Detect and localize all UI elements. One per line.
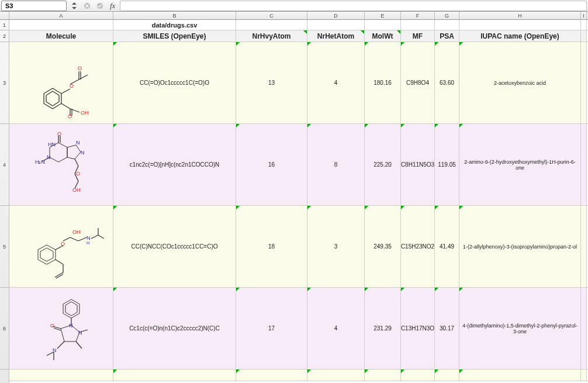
- cell-I2[interactable]: [581, 30, 587, 42]
- col-header-C[interactable]: C: [236, 12, 307, 19]
- cell-E3[interactable]: 180.16: [365, 42, 401, 123]
- cell-G5[interactable]: 41.49: [435, 206, 459, 287]
- formula-input[interactable]: [120, 1, 587, 11]
- cell-E2[interactable]: MolWt: [365, 30, 401, 42]
- svg-text:O: O: [61, 241, 65, 247]
- svg-line-42: [70, 237, 78, 241]
- cell-H1[interactable]: [459, 20, 581, 30]
- svg-line-44: [91, 235, 98, 239]
- cell-C1[interactable]: [236, 20, 307, 30]
- cell-F1[interactable]: [401, 20, 435, 30]
- cell-D1[interactable]: [307, 20, 365, 30]
- cell-E7[interactable]: [365, 370, 401, 381]
- cell-B7[interactable]: [113, 370, 236, 381]
- cell-A6-molecule[interactable]: N N O N: [9, 288, 113, 369]
- cell-I1[interactable]: [581, 20, 587, 30]
- cell-B6[interactable]: Cc1c(c(=O)n(n1C)c2ccccc2)N(C)C: [113, 288, 236, 369]
- cell-G4[interactable]: 119.05: [435, 124, 459, 205]
- cell-D6[interactable]: 4: [307, 288, 365, 369]
- cell-A5-molecule[interactable]: O OH N H: [9, 206, 113, 287]
- cell-D2[interactable]: NrHetAtom: [307, 30, 365, 42]
- cell-B3[interactable]: CC(=O)Oc1ccccc1C(=O)O: [113, 42, 236, 123]
- cell-H5[interactable]: 1-(2-allylphenoxy)-3-(isopropylamino)pro…: [459, 206, 581, 287]
- cell-G1[interactable]: [435, 20, 459, 30]
- cell-G7[interactable]: [435, 370, 459, 381]
- cell-F2[interactable]: MF: [401, 30, 435, 42]
- cell-C3[interactable]: 13: [236, 42, 307, 123]
- cell-I3[interactable]: [581, 42, 587, 123]
- col-header-F[interactable]: F: [401, 12, 435, 19]
- cell-C2[interactable]: NrHvyAtom: [236, 30, 307, 42]
- cell-I4[interactable]: [581, 124, 587, 205]
- cell-B2[interactable]: SMILES (OpenEye): [113, 30, 236, 42]
- confirm-icon[interactable]: [95, 1, 105, 11]
- col-header-D[interactable]: D: [307, 12, 365, 19]
- col-header-I[interactable]: I: [581, 12, 587, 19]
- name-box[interactable]: S3: [1, 1, 67, 11]
- cell-B5[interactable]: CC(C)NCC(COc1ccccc1CC=C)O: [113, 206, 236, 287]
- sheet-grid[interactable]: data/drugs.csv Molecule SMILES (OpenEye)…: [9, 20, 588, 383]
- cell-C6[interactable]: 17: [236, 288, 307, 369]
- cell-I5[interactable]: [581, 206, 587, 287]
- cell-A7[interactable]: [9, 370, 113, 381]
- fx-label: fx: [108, 1, 117, 11]
- cell-H4[interactable]: 2-amino-9-(2-hydroxyethoxymethyl)-1H-pur…: [459, 124, 581, 205]
- cell-G2[interactable]: PSA: [435, 30, 459, 42]
- col-header-B[interactable]: B: [113, 12, 236, 19]
- cell-A1[interactable]: [9, 20, 113, 30]
- cell-D4[interactable]: 8: [307, 124, 365, 205]
- molecule-structure: O N N N HN H₂N O OH: [18, 130, 105, 200]
- cell-E5[interactable]: 249.35: [365, 206, 401, 287]
- cell-D5[interactable]: 3: [307, 206, 365, 287]
- cell-I7[interactable]: [581, 370, 587, 381]
- row-header-5[interactable]: 5: [0, 206, 9, 288]
- col-header-A[interactable]: A: [9, 12, 113, 19]
- cell-H7[interactable]: [459, 370, 581, 381]
- cell-C7[interactable]: [236, 370, 307, 381]
- data-row-6: N N O N Cc1c(c(=O)n(n1C)c2ccccc2)N(C)C 1…: [9, 288, 588, 370]
- molecule-structure: O O O OH: [18, 48, 105, 118]
- cell-I6[interactable]: [581, 288, 587, 369]
- cell-F6[interactable]: C13H17N3O: [401, 288, 435, 369]
- cell-A4-molecule[interactable]: O N N N HN H₂N O OH: [9, 124, 113, 205]
- data-row-4: O N N N HN H₂N O OH c1nc2c(=O)[nH]c(nc2n…: [9, 124, 588, 206]
- cell-B4[interactable]: c1nc2c(=O)[nH]c(nc2n1COCCO)N: [113, 124, 236, 205]
- cancel-icon[interactable]: [82, 1, 92, 11]
- cell-H3[interactable]: 2-acetoxybenzoic acid: [459, 42, 581, 123]
- column-header-row: A B C D E F G H I: [0, 12, 588, 20]
- col-header-H[interactable]: H: [459, 12, 581, 19]
- cell-H2[interactable]: IUPAC name (OpenEye): [459, 30, 581, 42]
- cell-E1[interactable]: [365, 20, 401, 30]
- select-all-corner[interactable]: [0, 12, 9, 19]
- cell-H6[interactable]: 4-(dimethylamino)-1,5-dimethyl-2-phenyl-…: [459, 288, 581, 369]
- cell-D3[interactable]: 4: [307, 42, 365, 123]
- cell-G3[interactable]: 63.60: [435, 42, 459, 123]
- svg-text:N: N: [78, 330, 82, 336]
- cell-G6[interactable]: 30.17: [435, 288, 459, 369]
- row-header-6[interactable]: 6: [0, 288, 9, 370]
- svg-line-8: [61, 89, 70, 94]
- cell-C5[interactable]: 18: [236, 206, 307, 287]
- cell-A2[interactable]: Molecule: [9, 30, 113, 42]
- col-header-G[interactable]: G: [435, 12, 459, 19]
- row-header-4[interactable]: 4: [0, 124, 9, 206]
- cell-E4[interactable]: 225.20: [365, 124, 401, 205]
- cell-F3[interactable]: C9H8O4: [401, 42, 435, 123]
- row-header-1[interactable]: 1: [0, 20, 9, 30]
- cell-E6[interactable]: 231.29: [365, 288, 401, 369]
- stepper-icon[interactable]: [69, 1, 79, 11]
- cell-F7[interactable]: [401, 370, 435, 381]
- svg-text:HN: HN: [48, 142, 56, 147]
- svg-marker-1: [72, 7, 77, 9]
- cell-F4[interactable]: C8H11N5O3: [401, 124, 435, 205]
- cell-B1[interactable]: data/drugs.csv: [113, 20, 236, 30]
- data-row-7: [9, 370, 588, 381]
- cell-C4[interactable]: 16: [236, 124, 307, 205]
- row-header-2[interactable]: 2: [0, 30, 9, 42]
- row-header-3[interactable]: 3: [0, 42, 9, 124]
- cell-D7[interactable]: [307, 370, 365, 381]
- cell-A3-molecule[interactable]: O O O OH: [9, 42, 113, 123]
- formula-bar: S3 fx: [0, 0, 588, 12]
- col-header-E[interactable]: E: [365, 12, 401, 19]
- cell-F5[interactable]: C15H23NO2: [401, 206, 435, 287]
